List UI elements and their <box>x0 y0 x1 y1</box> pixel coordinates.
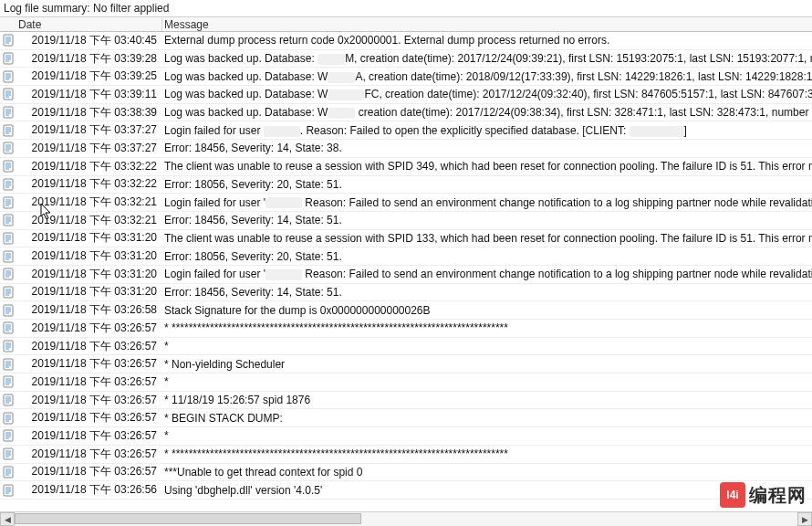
table-row[interactable]: 2019/11/18 下午 03:37:27Login failed for u… <box>0 121 812 140</box>
table-row[interactable]: 2019/11/18 下午 03:26:57* BEGIN STACK DUMP… <box>0 409 812 427</box>
row-message: Error: 18056, Severity: 20, State: 51. <box>162 178 812 191</box>
row-message: Log was backed up. Database: M, creation… <box>162 52 812 65</box>
row-message: Login failed for user ' Reason: Failed t… <box>162 196 812 209</box>
document-icon <box>0 34 16 47</box>
row-date: 2019/11/18 下午 03:31:20 <box>16 267 162 282</box>
row-date: 2019/11/18 下午 03:31:20 <box>16 284 162 300</box>
table-row[interactable]: 2019/11/18 下午 03:26:57* ****************… <box>0 320 812 338</box>
table-row[interactable]: 2019/11/18 下午 03:26:57* <box>0 338 812 356</box>
row-date: 2019/11/18 下午 03:31:20 <box>16 230 162 246</box>
document-icon <box>0 375 16 388</box>
table-row[interactable]: 2019/11/18 下午 03:31:20Login failed for u… <box>0 266 812 284</box>
watermark: l4i 编程网 <box>720 482 807 508</box>
table-row[interactable]: 2019/11/18 下午 03:31:20Error: 18456, Seve… <box>0 284 812 302</box>
table-row[interactable]: 2019/11/18 下午 03:39:28Log was backed up.… <box>0 50 812 68</box>
svg-rect-80 <box>4 322 13 333</box>
row-message: ***Unable to get thread context for spid… <box>162 466 812 479</box>
document-icon <box>0 142 16 154</box>
row-message: The client was unable to reuse a session… <box>162 232 812 245</box>
row-date: 2019/11/18 下午 03:26:57 <box>16 410 162 426</box>
scroll-thumb[interactable] <box>15 513 361 524</box>
row-message: * 11/18/19 15:26:57 spid 1876 <box>162 394 812 406</box>
row-date: 2019/11/18 下午 03:26:58 <box>16 302 162 318</box>
table-row[interactable]: 2019/11/18 下午 03:39:11Log was backed up.… <box>0 86 812 104</box>
svg-rect-45 <box>4 197 13 208</box>
row-date: 2019/11/18 下午 03:39:25 <box>16 68 162 84</box>
svg-rect-5 <box>4 53 13 64</box>
row-message: External dump process return code 0x2000… <box>162 34 812 47</box>
document-icon <box>0 321 16 334</box>
table-row[interactable]: 2019/11/18 下午 03:26:57***Unable to get t… <box>0 464 812 482</box>
table-row[interactable]: 2019/11/18 下午 03:26:57* 11/18/19 15:26:5… <box>0 392 812 410</box>
watermark-logo-icon: l4i <box>720 482 745 508</box>
table-row[interactable]: 2019/11/18 下午 03:26:56Using 'dbghelp.dll… <box>0 481 812 500</box>
redacted-text <box>265 197 302 208</box>
svg-rect-70 <box>4 287 13 298</box>
table-row[interactable]: 2019/11/18 下午 03:26:57* <box>0 427 812 446</box>
svg-rect-100 <box>4 394 13 405</box>
document-icon <box>0 88 16 100</box>
log-rows-container: 2019/11/18 下午 03:40:45External dump proc… <box>0 32 812 512</box>
table-row[interactable]: 2019/11/18 下午 03:26:57* <box>0 373 812 392</box>
svg-rect-120 <box>4 467 13 478</box>
table-row[interactable]: 2019/11/18 下午 03:38:39Log was backed up.… <box>0 104 812 122</box>
svg-rect-10 <box>4 71 13 82</box>
redacted-text <box>264 126 300 137</box>
svg-rect-125 <box>4 485 13 496</box>
row-date: 2019/11/18 下午 03:26:57 <box>16 321 162 336</box>
redacted-text <box>265 269 302 280</box>
table-row[interactable]: 2019/11/18 下午 03:26:58Stack Signature fo… <box>0 301 812 320</box>
row-message: * **************************************… <box>162 321 812 334</box>
document-icon <box>0 358 16 371</box>
document-icon <box>0 304 16 317</box>
svg-rect-110 <box>4 430 13 441</box>
header-date[interactable]: Date <box>16 18 162 31</box>
row-date: 2019/11/18 下午 03:32:22 <box>16 176 162 192</box>
table-row[interactable]: 2019/11/18 下午 03:32:22The client was una… <box>0 158 812 176</box>
table-row[interactable]: 2019/11/18 下午 03:31:20The client was una… <box>0 230 812 248</box>
row-message: Login failed for user . Reason: Failed t… <box>162 124 812 137</box>
table-row[interactable]: 2019/11/18 下午 03:40:45External dump proc… <box>0 32 812 50</box>
row-date: 2019/11/18 下午 03:26:57 <box>16 464 162 479</box>
table-row[interactable]: 2019/11/18 下午 03:26:57* Non-yielding Sch… <box>0 355 812 373</box>
row-message: * <box>162 429 812 442</box>
table-row[interactable]: 2019/11/18 下午 03:32:22Error: 18056, Seve… <box>0 176 812 195</box>
svg-rect-25 <box>4 125 13 136</box>
scroll-track[interactable] <box>15 512 797 526</box>
header-message[interactable]: Message <box>162 18 812 31</box>
horizontal-scrollbar[interactable]: ◀ ▶ <box>0 511 812 526</box>
svg-rect-60 <box>4 251 13 262</box>
row-message: Log was backed up. Database: WA, creatio… <box>162 70 812 83</box>
table-row[interactable]: 2019/11/18 下午 03:32:21Login failed for u… <box>0 194 812 212</box>
table-row[interactable]: 2019/11/18 下午 03:37:27Error: 18456, Seve… <box>0 140 812 158</box>
row-message: * Non-yielding Scheduler <box>162 358 812 371</box>
document-icon <box>0 196 16 209</box>
svg-rect-55 <box>4 233 13 244</box>
document-icon <box>0 412 16 425</box>
redacted-text <box>328 72 355 83</box>
row-message: Stack Signature for the dump is 0x000000… <box>162 304 812 317</box>
svg-rect-35 <box>4 161 13 172</box>
svg-rect-40 <box>4 179 13 190</box>
row-date: 2019/11/18 下午 03:26:57 <box>16 339 162 354</box>
row-date: 2019/11/18 下午 03:32:21 <box>16 195 162 210</box>
svg-rect-50 <box>4 215 13 226</box>
row-message: Error: 18056, Severity: 20, State: 51. <box>162 250 812 263</box>
document-icon <box>0 160 16 173</box>
table-row[interactable]: 2019/11/18 下午 03:31:20Error: 18056, Seve… <box>0 247 812 266</box>
row-message: * BEGIN STACK DUMP: <box>162 412 812 425</box>
row-message: * <box>162 375 812 388</box>
scroll-right-button[interactable]: ▶ <box>797 512 812 526</box>
table-row[interactable]: 2019/11/18 下午 03:26:57* ****************… <box>0 446 812 464</box>
document-icon <box>0 268 16 280</box>
table-row[interactable]: 2019/11/18 下午 03:32:21Error: 18456, Seve… <box>0 212 812 230</box>
row-date: 2019/11/18 下午 03:39:11 <box>16 87 162 102</box>
row-message: Error: 18456, Severity: 14, State: 38. <box>162 142 812 154</box>
scroll-left-button[interactable]: ◀ <box>0 512 15 526</box>
table-row[interactable]: 2019/11/18 下午 03:39:25Log was backed up.… <box>0 68 812 86</box>
svg-rect-0 <box>4 35 13 46</box>
document-icon <box>0 466 16 479</box>
redacted-text <box>328 89 364 100</box>
row-date: 2019/11/18 下午 03:37:27 <box>16 122 162 138</box>
svg-rect-90 <box>4 359 13 370</box>
